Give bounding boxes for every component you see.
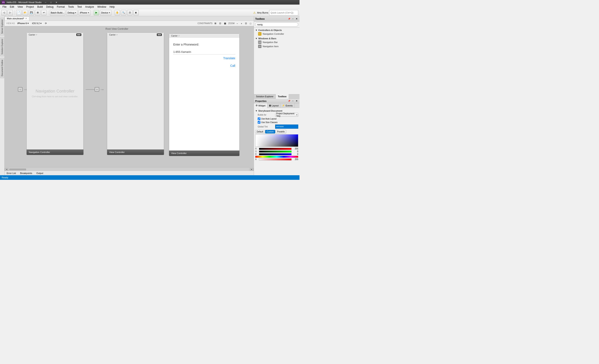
- layout-tab[interactable]: ▦ Layout: [267, 103, 280, 108]
- back-btn[interactable]: ◁: [1, 10, 7, 15]
- zoom-out-btn[interactable]: −: [236, 22, 238, 25]
- save-btn[interactable]: 💾: [29, 10, 34, 15]
- document-outline-tab[interactable]: Document Outline: [0, 58, 4, 78]
- props-close[interactable]: ✕: [295, 99, 298, 103]
- props-pin[interactable]: 📌: [287, 99, 291, 103]
- close-btn[interactable]: ✕: [54, 0, 59, 5]
- toolbox-close-btn[interactable]: ✕: [295, 17, 298, 21]
- constraint-btn2[interactable]: ⊡: [218, 22, 222, 25]
- nav-bar-item[interactable]: NB Navigation Bar: [254, 40, 300, 44]
- main-storyboard-tab[interactable]: Main.storyboard* ✕: [5, 17, 29, 21]
- constraint-btn3[interactable]: ▦: [223, 22, 227, 25]
- undo-btn[interactable]: ↩: [41, 10, 47, 15]
- error-list-tab[interactable]: Error List: [5, 172, 17, 175]
- scroll-thumb[interactable]: [9, 169, 26, 170]
- pan-btn[interactable]: ✋: [115, 10, 120, 15]
- color-predefin-btn[interactable]: Predefin: [276, 130, 286, 133]
- debug2-btn[interactable]: ⧯: [133, 10, 139, 15]
- menu-analyze[interactable]: Analyze: [83, 5, 96, 9]
- status-text: Ready: [2, 176, 8, 179]
- nav-placeholder-title: Navigation Controller: [35, 89, 74, 94]
- b-slider[interactable]: [259, 153, 291, 155]
- save-all-btn[interactable]: ⊞: [35, 10, 40, 15]
- menu-build[interactable]: Build: [35, 5, 44, 9]
- view-as-label: VIEW AS: [6, 22, 15, 25]
- batch-build-btn[interactable]: Batch Build...: [50, 10, 65, 15]
- solution-explorer-switchtab[interactable]: Solution Explorer: [254, 94, 276, 99]
- server-explorer-tab[interactable]: Server Explorer: [0, 17, 4, 35]
- toolbox-switchtab[interactable]: Toolbox: [276, 94, 289, 99]
- phoneword-input[interactable]: [173, 50, 235, 54]
- zoom-fit-btn[interactable]: ⊡: [244, 22, 248, 25]
- toolbox-minimize-btn[interactable]: ─: [291, 17, 294, 21]
- nav-controller-item[interactable]: NC Navigation Controller: [254, 32, 300, 36]
- scroll-track[interactable]: [9, 168, 249, 171]
- h-scrollbar[interactable]: ◂ ▸: [5, 168, 254, 171]
- restore-btn[interactable]: □: [49, 0, 53, 5]
- color-custom-btn[interactable]: Custom: [265, 130, 275, 133]
- windows-bars-header[interactable]: ▼ Windows & Bars: [254, 37, 300, 40]
- warning-icon: ⚠: [253, 11, 256, 14]
- zoom-btn[interactable]: 🔍: [121, 10, 126, 15]
- menu-format[interactable]: Format: [55, 5, 66, 9]
- toolbox-title: Toolbox: [255, 17, 265, 20]
- menu-view[interactable]: View: [16, 5, 25, 9]
- auto-layout-checkbox[interactable]: [258, 117, 260, 120]
- menu-project[interactable]: Project: [25, 5, 35, 9]
- controllers-header[interactable]: ▼ Controllers & Objects: [254, 28, 300, 32]
- menu-tools[interactable]: Tools: [66, 5, 76, 9]
- forward-btn[interactable]: ▷: [8, 10, 13, 15]
- menu-edit[interactable]: Edit: [8, 5, 16, 9]
- size-classes-checkbox[interactable]: [258, 121, 260, 124]
- minimize-btn[interactable]: ─: [43, 0, 48, 5]
- translate-btn[interactable]: Translate: [173, 54, 235, 62]
- scroll-left[interactable]: ◂: [5, 168, 9, 171]
- toolbox-pin-btn[interactable]: 📌: [287, 17, 291, 21]
- menu-test[interactable]: Test: [76, 5, 83, 9]
- sep1: [14, 10, 15, 15]
- breakpoints-tab[interactable]: Breakpoints: [19, 172, 34, 175]
- color-picker-gradient[interactable]: [255, 134, 298, 147]
- tab-close-icon[interactable]: ✕: [25, 17, 27, 19]
- debug-dropdown[interactable]: Debug: [66, 10, 78, 15]
- ios-selector[interactable]: iOS 9.2 ▾: [31, 22, 43, 25]
- open-btn[interactable]: 📂: [22, 10, 28, 15]
- constraint-btn1[interactable]: ⊞: [214, 22, 217, 25]
- new-btn[interactable]: 📄: [16, 10, 22, 15]
- snap-btn[interactable]: ⊡: [127, 10, 132, 15]
- orientation-btn[interactable]: ⟳: [44, 22, 48, 25]
- menu-file[interactable]: File: [1, 5, 8, 9]
- g-slider[interactable]: [259, 150, 291, 153]
- widget-tab[interactable]: ⚙ Widget: [254, 103, 267, 108]
- call-btn[interactable]: Call: [173, 62, 235, 69]
- zoom-in-btn[interactable]: +: [240, 22, 243, 25]
- title-text: Hello.iOS - Microsoft Visual Studio: [7, 1, 42, 4]
- iphone-dropdown[interactable]: iPhone: [79, 10, 90, 15]
- toolbox-header: Toolbox 📌 ─ ✕: [254, 16, 300, 22]
- events-tab[interactable]: ⚡ Events: [280, 103, 294, 108]
- r-slider[interactable]: [259, 148, 291, 150]
- quick-launch-input[interactable]: [269, 10, 298, 15]
- storyboard-canvas[interactable]: Root View Controller ⊙ → Carrier ☞ ■■■ N…: [5, 26, 254, 171]
- builds-for-dropdown[interactable]: Project Deployment Targ: [275, 113, 298, 117]
- iphone6-selector[interactable]: iPhone 6 ▾: [17, 22, 29, 25]
- menu-window[interactable]: Window: [96, 5, 108, 9]
- global-tint-color[interactable]: #FF0000: [275, 124, 298, 129]
- rainbow-bar[interactable]: [255, 156, 298, 158]
- properties-tabs: ⚙ Widget ▦ Layout ⚡ Events: [254, 103, 300, 108]
- output-tab[interactable]: Output: [35, 172, 44, 175]
- storyboard-doc-header[interactable]: ▼ Storyboard Document: [255, 109, 298, 113]
- menu-debug[interactable]: Debug: [44, 5, 55, 9]
- menu-help[interactable]: Help: [108, 5, 116, 9]
- a-slider[interactable]: [259, 158, 291, 160]
- solution-explorer-tab[interactable]: Solution Explorer: [0, 37, 4, 56]
- nav-item-item[interactable]: NI Navigation Item: [254, 44, 300, 48]
- props-min[interactable]: ─: [291, 99, 294, 103]
- color-default-btn[interactable]: Default: [255, 130, 265, 133]
- run-btn[interactable]: ▶: [94, 10, 99, 15]
- device-dropdown[interactable]: Device: [100, 10, 112, 15]
- toolbox-search-input[interactable]: [255, 22, 298, 27]
- auto-layout-label: Use Auto Layout: [261, 118, 276, 120]
- scroll-right[interactable]: ▸: [250, 168, 254, 171]
- zoom-reset-btn[interactable]: □: [249, 22, 252, 25]
